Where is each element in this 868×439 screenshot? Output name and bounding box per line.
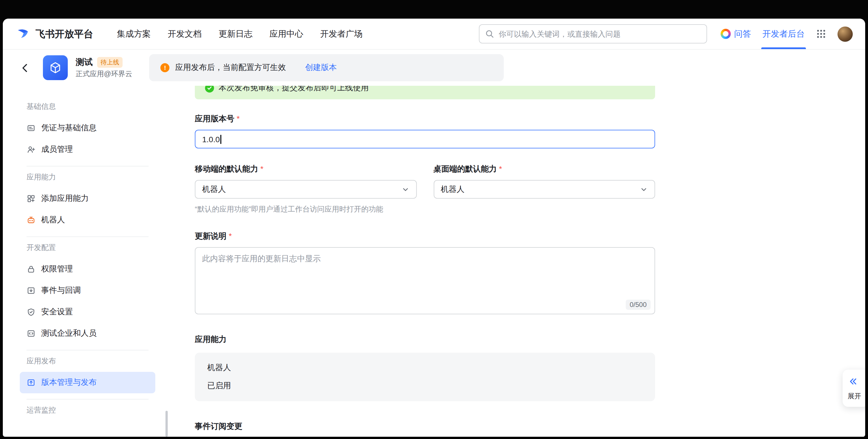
search-box[interactable] [479, 24, 707, 43]
screen: 飞书开放平台 集成方案 开发文档 更新日志 应用中心 开发者广场 问答 [0, 0, 868, 439]
brand-title: 飞书开放平台 [36, 27, 93, 40]
top-navigation-bar: 飞书开放平台 集成方案 开发文档 更新日志 应用中心 开发者广场 问答 [3, 19, 865, 49]
chevron-down-icon [401, 185, 409, 193]
update-notes-label-text: 更新说明 [195, 231, 226, 241]
create-version-link[interactable]: 创建版本 [305, 63, 337, 73]
robot-icon [27, 215, 36, 225]
select-value: 机器人 [202, 184, 226, 194]
back-chevron-icon [20, 62, 31, 73]
version-form: 本次发布免审核，提交发布后即可上线使用 应用版本号 * 1.0.0 移动端的默 [195, 86, 655, 437]
search-icon [485, 29, 494, 38]
qa-ring-icon [721, 29, 731, 39]
nav-item-docs[interactable]: 开发文档 [168, 29, 202, 39]
success-banner: 本次发布免审核，提交发布后即可上线使用 [195, 86, 655, 99]
app-name: 测试 [76, 57, 93, 67]
sidebar-section-monitoring: 运营监控 [20, 405, 155, 415]
apps-grid-icon[interactable] [816, 29, 826, 39]
update-notes-textarea[interactable] [195, 247, 655, 314]
sidebar-item-add-capability[interactable]: 添加应用能力 [20, 188, 155, 209]
body-region: 基础信息 凭证与基础信息 成员管理 [3, 86, 865, 437]
search-input[interactable] [499, 30, 701, 38]
success-banner-text: 本次发布免审核，提交发布后即可上线使用 [219, 86, 369, 93]
sidebar-item-security[interactable]: 安全设置 [20, 301, 155, 323]
version-input[interactable]: 1.0.0 [195, 130, 655, 148]
mobile-capability-field: 移动端的默认能力 * 机器人 [195, 164, 416, 199]
sidebar-item-label: 事件与回调 [41, 285, 81, 296]
release-icon [27, 378, 36, 387]
members-icon [27, 145, 36, 154]
nav-item-marketplace[interactable]: 开发者广场 [320, 29, 363, 39]
sidebar-item-version-release[interactable]: 版本管理与发布 [20, 372, 155, 393]
browser-window: 飞书开放平台 集成方案 开发文档 更新日志 应用中心 开发者广场 问答 [3, 19, 865, 437]
divider [27, 166, 149, 166]
status-badge: 待上线 [97, 57, 123, 67]
chevron-down-icon [640, 185, 648, 193]
main-content: 本次发布免审核，提交发布后即可上线使用 应用版本号 * 1.0.0 移动端的默 [172, 86, 865, 437]
text-caret [220, 135, 221, 144]
publish-alert-banner: ! 应用发布后，当前配置方可生效 创建版本 [149, 54, 504, 81]
nav-item-integration[interactable]: 集成方案 [117, 29, 151, 39]
sidebar-section-dev-config: 开发配置 [20, 243, 155, 253]
update-notes-wrap: 0/500 [195, 247, 655, 314]
required-mark: * [237, 114, 240, 123]
version-label-text: 应用版本号 [195, 114, 235, 124]
mobile-capability-label-text: 移动端的默认能力 [195, 164, 258, 174]
event-callback-icon [27, 286, 36, 295]
app-header: 测试 待上线 正式应用@环界云 ! 应用发布后，当前配置方可生效 创建版本 [3, 49, 865, 86]
cube-icon [48, 60, 63, 75]
sidebar-item-permissions[interactable]: 权限管理 [20, 259, 155, 280]
desktop-capability-label: 桌面端的默认能力 * [433, 164, 655, 174]
nav-item-app-center[interactable]: 应用中心 [269, 29, 303, 39]
sidebar: 基础信息 凭证与基础信息 成员管理 [3, 86, 172, 437]
event-subscription-title: 事件订阅变更 [195, 421, 655, 432]
credential-icon [27, 124, 36, 133]
qa-link[interactable]: 问答 [721, 19, 751, 49]
user-avatar[interactable] [837, 26, 853, 41]
desktop-capability-field: 桌面端的默认能力 * 机器人 [433, 164, 655, 199]
warning-icon: ! [160, 63, 169, 72]
required-mark: * [499, 164, 502, 173]
divider [27, 236, 149, 237]
required-mark: * [229, 231, 232, 240]
mobile-capability-select[interactable]: 机器人 [195, 180, 416, 199]
sidebar-section-basic-info: 基础信息 [20, 102, 155, 112]
qa-label: 问答 [734, 29, 751, 39]
app-capability-title: 应用能力 [195, 335, 655, 345]
capability-status: 已启用 [207, 381, 643, 391]
console-tab[interactable]: 开发者后台 [763, 19, 805, 49]
nav-item-changelog[interactable]: 更新日志 [219, 29, 252, 39]
version-label: 应用版本号 * [195, 114, 655, 124]
security-shield-icon [27, 307, 36, 316]
capability-name: 机器人 [207, 363, 643, 373]
header-right-group: 问答 开发者后台 [721, 19, 855, 49]
sidebar-item-bot[interactable]: 机器人 [20, 209, 155, 231]
divider [27, 399, 149, 400]
permission-lock-icon [27, 265, 36, 274]
required-mark: * [260, 164, 264, 173]
back-button[interactable] [18, 60, 33, 75]
sidebar-scrollbar[interactable] [165, 411, 168, 437]
sidebar-item-label: 测试企业和人员 [41, 328, 97, 339]
desktop-capability-label-text: 桌面端的默认能力 [433, 164, 497, 174]
app-meta: 正式应用@环界云 [76, 69, 132, 79]
app-info: 测试 待上线 正式应用@环界云 [76, 57, 132, 79]
sidebar-item-test-org[interactable]: 测试企业和人员 [20, 323, 155, 344]
sidebar-item-credentials[interactable]: 凭证与基础信息 [20, 117, 155, 139]
desktop-capability-select[interactable]: 机器人 [433, 180, 655, 199]
alert-text: 应用发布后，当前配置方可生效 [175, 63, 286, 73]
expand-panel-button[interactable]: 展开 [843, 370, 865, 407]
version-input-value: 1.0.0 [202, 135, 220, 144]
sidebar-item-members[interactable]: 成员管理 [20, 139, 155, 160]
sidebar-item-label: 版本管理与发布 [41, 377, 97, 387]
sidebar-item-label: 添加应用能力 [41, 194, 89, 204]
add-capability-icon [27, 194, 36, 203]
divider [27, 350, 149, 350]
expand-label: 展开 [848, 392, 861, 401]
sidebar-item-label: 凭证与基础信息 [41, 123, 97, 133]
brand-home-link[interactable]: 飞书开放平台 [17, 27, 93, 41]
char-counter: 0/500 [626, 300, 651, 310]
sidebar-item-events-callbacks[interactable]: 事件与回调 [20, 280, 155, 301]
sidebar-item-label: 成员管理 [41, 144, 73, 155]
app-icon [43, 55, 68, 80]
primary-nav: 集成方案 开发文档 更新日志 应用中心 开发者广场 [117, 29, 363, 39]
